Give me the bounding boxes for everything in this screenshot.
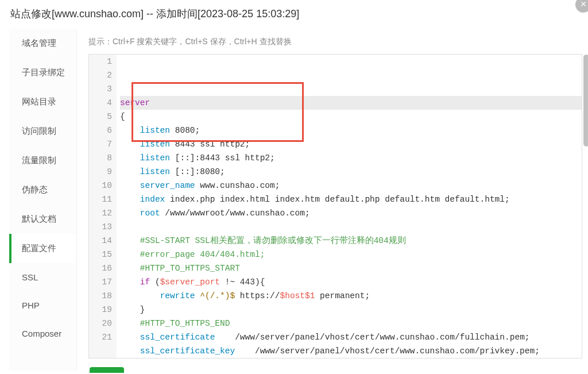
code-line[interactable]: listen 8080; <box>120 124 582 137</box>
line-number: 9 <box>89 165 112 179</box>
line-number: 11 <box>89 192 112 206</box>
code-line[interactable]: } <box>120 303 582 317</box>
sidebar-item-label: 域名管理 <box>22 38 56 48</box>
code-line[interactable]: #SSL-START SSL相关配置，请勿删除或修改下一行带注释的404规则 <box>120 234 582 248</box>
sidebar-item[interactable]: 子目录绑定 <box>9 58 76 87</box>
line-number: 3 <box>89 82 112 96</box>
code-line[interactable]: rewrite ^(/.*)$ https://$host$1 permanen… <box>120 289 582 303</box>
sidebar: 域名管理子目录绑定网站目录访问限制流量限制伪静态默认文档配置文件SSLPHPCo… <box>9 29 77 371</box>
save-button[interactable] <box>90 367 124 373</box>
line-number: 8 <box>89 151 112 165</box>
sidebar-item[interactable]: 网站目录 <box>9 87 76 117</box>
main-panel: 提示：Ctrl+F 搜索关键字，Ctrl+S 保存，Ctrl+H 查找替换 12… <box>77 29 582 371</box>
sidebar-item-label: 伪静态 <box>22 184 48 194</box>
sidebar-item[interactable]: 域名管理 <box>9 29 76 58</box>
sidebar-item-label: 访问限制 <box>22 126 56 136</box>
sidebar-item-label: Composer <box>22 329 61 338</box>
sidebar-item-label: 网站目录 <box>22 97 56 106</box>
code-line[interactable]: listen 8443 ssl http2; <box>120 137 582 151</box>
sidebar-item[interactable]: PHP <box>9 291 76 319</box>
hint-label: 提示：Ctrl+F 搜索关键字，Ctrl+S 保存，Ctrl+H 查找替换 <box>88 37 292 46</box>
line-number: 7 <box>89 137 112 151</box>
code-line[interactable]: listen [::]:8080; <box>120 165 582 179</box>
code-line[interactable]: #HTTP_TO_HTTPS_START <box>120 261 582 275</box>
line-number: 21 <box>89 330 112 344</box>
code-line[interactable]: listen [::]:8443 ssl http2; <box>120 151 582 165</box>
code-area[interactable]: server{ listen 8080; listen 8443 ssl htt… <box>117 55 582 358</box>
sidebar-item-label: 子目录绑定 <box>22 67 65 77</box>
sidebar-item[interactable]: Composer <box>9 319 76 348</box>
scrollbar[interactable] <box>583 55 588 358</box>
dialog-title-text: 站点修改[www.cunshao.com] -- 添加时间[2023-08-25… <box>10 8 299 20</box>
line-number: 16 <box>89 261 112 275</box>
line-number: 17 <box>89 275 112 289</box>
line-number: 2 <box>89 68 112 82</box>
code-line[interactable] <box>120 220 582 234</box>
sidebar-item-label: 配置文件 <box>22 243 56 253</box>
code-line[interactable]: ssl_certificate_key /www/server/panel/vh… <box>120 344 582 358</box>
line-number: 19 <box>89 303 112 317</box>
code-line[interactable]: #error_page 404/404.html; <box>120 248 582 261</box>
code-line[interactable]: #HTTP_TO_HTTPS_END <box>120 317 582 330</box>
line-number: 15 <box>89 248 112 261</box>
code-editor[interactable]: 123456789101112131415161718192021 server… <box>89 55 582 358</box>
hint-text: 提示：Ctrl+F 搜索关键字，Ctrl+S 保存，Ctrl+H 查找替换 <box>88 37 582 47</box>
line-number: 4 <box>89 96 112 110</box>
sidebar-item-label: PHP <box>22 300 40 310</box>
line-number: 14 <box>89 234 112 248</box>
code-line[interactable]: server_name www.cunshao.com; <box>120 179 582 192</box>
sidebar-item[interactable]: 访问限制 <box>9 117 76 146</box>
line-number: 1 <box>89 55 112 68</box>
sidebar-item[interactable]: 默认文档 <box>9 205 76 234</box>
sidebar-item[interactable]: 流量限制 <box>9 146 76 175</box>
line-number: 12 <box>89 206 112 220</box>
dialog-title: 站点修改[www.cunshao.com] -- 添加时间[2023-08-25… <box>0 0 588 26</box>
sidebar-item[interactable]: 配置文件 <box>9 234 76 263</box>
code-line[interactable]: server <box>120 96 582 110</box>
line-number: 18 <box>89 289 112 303</box>
sidebar-item-label: 默认文档 <box>22 214 56 223</box>
line-number: 20 <box>89 317 112 330</box>
sidebar-item[interactable]: SSL <box>9 263 76 291</box>
line-gutter: 123456789101112131415161718192021 <box>89 55 117 358</box>
line-number: 13 <box>89 220 112 234</box>
line-number: 5 <box>89 110 112 124</box>
line-number: 10 <box>89 179 112 192</box>
sidebar-item[interactable]: 伪静态 <box>9 175 76 205</box>
code-line[interactable]: root /www/wwwroot/www.cunshao.com; <box>120 206 582 220</box>
scroll-thumb[interactable] <box>583 55 588 146</box>
editor-container: 123456789101112131415161718192021 server… <box>88 54 582 358</box>
sidebar-item-label: 流量限制 <box>22 155 56 165</box>
sidebar-item-label: SSL <box>22 272 38 282</box>
line-number <box>89 344 112 358</box>
line-number: 6 <box>89 124 112 137</box>
code-line[interactable]: { <box>120 110 582 124</box>
code-line[interactable]: ssl_certificate /www/server/panel/vhost/… <box>120 330 582 344</box>
code-line[interactable]: if ($server_port !~ 443){ <box>120 275 582 289</box>
code-line[interactable]: index index.php index.html index.htm def… <box>120 192 582 206</box>
